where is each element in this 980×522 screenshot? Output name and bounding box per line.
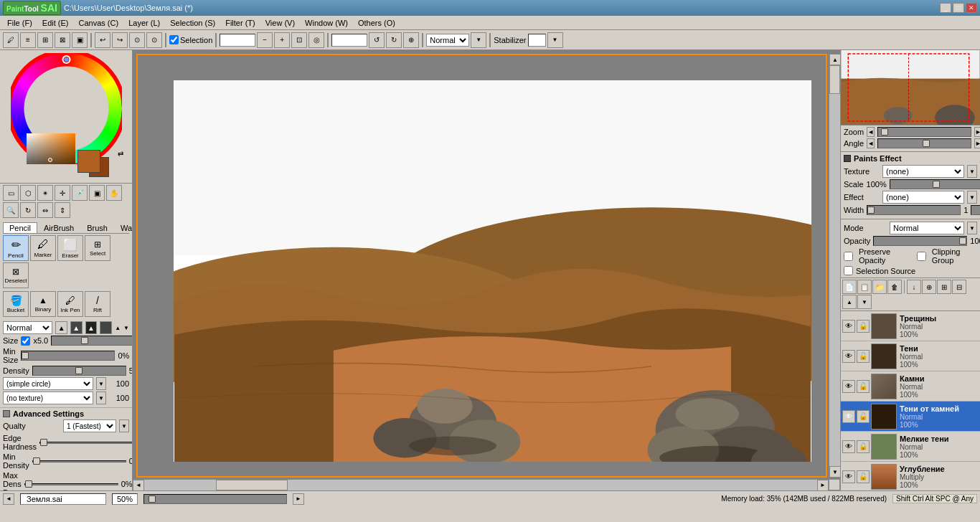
layer-lock-2[interactable]: 🔓 <box>857 350 870 363</box>
color-wheel-container[interactable] <box>11 53 122 164</box>
toolbar-btn-7[interactable]: ⊙ <box>146 32 162 48</box>
swap-colors-btn[interactable]: ⇄ <box>118 150 123 158</box>
toolbar-btn-5[interactable]: ▣ <box>72 32 88 48</box>
layer-vis-5[interactable]: 👁 <box>842 440 855 453</box>
tab-pencil[interactable]: Pencil <box>3 222 37 233</box>
zoom-fit[interactable]: ⊡ <box>291 32 307 48</box>
minsize-slider[interactable] <box>21 351 115 361</box>
zoom-plus[interactable]: + <box>274 32 290 48</box>
menu-canvas[interactable]: Canvas (C) <box>75 17 123 29</box>
layer-item-treshiny[interactable]: 👁 🔓 Трещины Normal 100% <box>841 311 980 341</box>
layer-item-teni1[interactable]: 👁 🔓 Тени Normal 100% <box>841 341 980 371</box>
size-checkbox[interactable] <box>21 336 30 346</box>
blend-mode-combo[interactable]: Normal <box>426 34 469 47</box>
max-dens-prs-slider[interactable] <box>24 483 118 485</box>
layer-scroll-up[interactable]: ▲ <box>842 295 857 309</box>
shape-btn-1[interactable]: ▲ <box>55 321 67 334</box>
angle-input[interactable]: +000° <box>331 34 367 47</box>
canvas-scroll-left[interactable]: ◄ <box>3 493 14 505</box>
rotate-cw[interactable]: ↻ <box>386 32 402 48</box>
texture-arrow[interactable]: ▼ <box>967 165 977 178</box>
shape1-arrow[interactable]: ▼ <box>96 377 106 390</box>
mode-bm-combo[interactable]: Normal <box>890 222 964 234</box>
layer-delete[interactable]: 🗑 <box>887 280 902 294</box>
hscroll-track[interactable] <box>144 480 817 490</box>
toolbar-btn-3[interactable]: ⊞ <box>37 32 53 48</box>
subtool-eraser[interactable]: ⬜ Eraser <box>57 235 83 261</box>
hscroll-thumb[interactable] <box>216 480 288 490</box>
layer-lock-1[interactable]: 🔓 <box>857 320 870 333</box>
close-button[interactable]: ✕ <box>966 3 977 13</box>
vscrollbar[interactable]: ▲ ▼ <box>829 54 840 478</box>
subtool-pencil[interactable]: ✏ Pencil <box>3 235 29 261</box>
layer-scroll-dn[interactable]: ▼ <box>857 295 872 309</box>
edge-hardness-slider[interactable] <box>39 442 133 444</box>
density-slider[interactable] <box>32 366 126 376</box>
selection-source-check[interactable] <box>844 266 853 275</box>
stabilizer-arrow[interactable]: ▼ <box>547 32 563 48</box>
size-slider[interactable] <box>51 336 133 346</box>
subtool-inkpen[interactable]: 🖋 Ink Pen <box>57 291 83 317</box>
shape-btn-3[interactable]: ▲ <box>85 321 98 334</box>
tab-water[interactable]: Water <box>114 222 133 233</box>
tool-rotate[interactable]: ↻ <box>20 202 36 218</box>
layer-vis-2[interactable]: 👁 <box>842 350 855 363</box>
tool-hflip[interactable]: ⇔ <box>37 202 53 218</box>
quality-combo[interactable]: 1 (Fastest) <box>63 419 116 432</box>
brush-mode-combo[interactable]: Normal <box>3 321 52 334</box>
toolbar-btn-redo[interactable]: ↪ <box>112 32 128 48</box>
tool-move[interactable]: ✛ <box>55 185 70 201</box>
subtool-binary[interactable]: ▲ Binary <box>30 291 56 317</box>
selection-check[interactable]: Selection <box>169 35 212 44</box>
shape-btn-2[interactable]: ▲ <box>70 321 83 334</box>
zoom-100[interactable]: ◎ <box>308 32 324 48</box>
subtool-bucket[interactable]: 🪣 Bucket <box>3 291 29 317</box>
layer-vis-4[interactable]: 👁 <box>842 410 855 423</box>
menu-window[interactable]: Window (W) <box>301 17 352 29</box>
layer-item-kamni[interactable]: 👁 🔓 Камни Normal 100% <box>841 371 980 402</box>
hscrollbar[interactable]: ◄ ► <box>133 479 829 490</box>
mode-bm-arrow[interactable]: ▼ <box>967 222 977 234</box>
preserve-opacity-check[interactable] <box>844 252 853 261</box>
selection-checkbox[interactable] <box>169 35 179 44</box>
tool-lasso[interactable]: ⬡ <box>20 185 36 201</box>
clipping-group-check[interactable] <box>917 252 926 261</box>
width-slider[interactable] <box>867 205 961 215</box>
tool-vflip[interactable]: ⇕ <box>55 202 70 218</box>
rotate-reset[interactable]: ⊕ <box>403 32 419 48</box>
arrow-dn[interactable]: ▼ <box>123 325 129 331</box>
angle-nav-minus[interactable]: ◄ <box>867 138 875 148</box>
canvas-content[interactable] <box>174 80 811 462</box>
effect-arrow[interactable]: ▼ <box>967 191 977 204</box>
shape2-combo[interactable]: (no texture) <box>3 392 93 404</box>
layer-lock-6[interactable]: 🔓 <box>857 470 870 483</box>
tool-magic-wand[interactable]: ✴ <box>37 185 53 201</box>
zoom-input[interactable]: 50% <box>220 34 255 47</box>
layer-more-2[interactable]: ⊟ <box>952 280 966 294</box>
tab-airbrush[interactable]: AirBrush <box>37 222 80 233</box>
tool-marquee[interactable]: ▭ <box>3 185 19 201</box>
adv-header[interactable]: Advanced Settings <box>3 409 129 418</box>
tab-brush[interactable]: Brush <box>80 222 114 233</box>
menu-selection[interactable]: Selection (S) <box>166 17 220 29</box>
toolbar-btn-1[interactable]: 🖊 <box>3 32 19 48</box>
effect-combo[interactable]: (none) <box>882 191 964 204</box>
vscroll-up[interactable]: ▲ <box>829 54 840 65</box>
subtool-rift[interactable]: / Rift <box>85 291 110 317</box>
layer-vis-6[interactable]: 👁 <box>842 470 855 483</box>
zoom-status-slider[interactable] <box>143 494 287 504</box>
layer-merge-dn[interactable]: ↓ <box>907 280 921 294</box>
zoom-nav-plus[interactable]: ► <box>974 127 980 137</box>
layer-item-melkie[interactable]: 👁 🔓 Мелкие тени Normal 100% <box>841 432 980 462</box>
toolbar-btn-2[interactable]: ≡ <box>20 32 36 48</box>
quality-arrow[interactable]: ▼ <box>119 419 129 432</box>
color-btn[interactable] <box>100 321 112 334</box>
toolbar-btn-4[interactable]: ⊠ <box>55 32 70 48</box>
shape2-arrow[interactable]: ▼ <box>96 392 106 404</box>
layer-lock-3[interactable]: 🔓 <box>857 380 870 393</box>
width-slider2[interactable] <box>971 205 980 215</box>
layer-item-teni-ot-kamnej[interactable]: 👁 🔓 Тени от камней Normal 100% <box>841 402 980 432</box>
toolbar-btn-undo[interactable]: ↩ <box>95 32 110 48</box>
layer-folder[interactable]: 📁 <box>872 280 887 294</box>
layer-copy[interactable]: 📋 <box>857 280 872 294</box>
